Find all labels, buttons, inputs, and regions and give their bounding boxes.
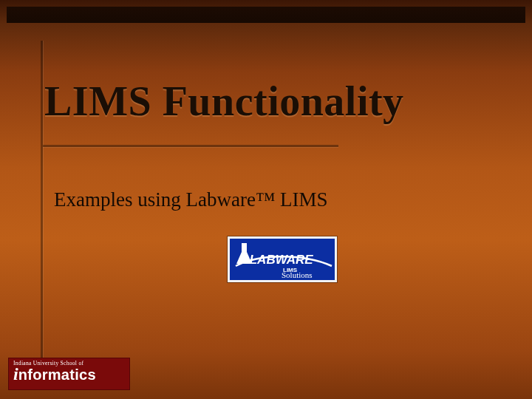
labware-tagline-bottom: Solutions: [282, 270, 313, 279]
iu-informatics-logo: Indiana University School of i nformatic…: [8, 358, 130, 390]
slide-subtitle: Examples using Labware™ LIMS: [54, 188, 328, 211]
svg-rect-1: [242, 243, 247, 252]
labware-logo-name: LABWARE: [250, 253, 314, 267]
labware-logo-svg: \LABWARE LIMS Solutions: [230, 239, 335, 280]
vertical-rule: [41, 41, 43, 377]
title-underline: [43, 145, 338, 147]
labware-logo: \LABWARE LIMS Solutions: [228, 236, 337, 282]
iu-word-i: i: [13, 365, 18, 383]
slide-title: LIMS Functionality: [44, 80, 502, 123]
top-decorative-band: [7, 7, 525, 23]
iu-informatics-word: i nformatics: [13, 365, 125, 383]
slide: LIMS Functionality Examples using Labwar…: [0, 0, 532, 399]
iu-word-rest: nformatics: [18, 367, 96, 382]
svg-text:\LABWARE: \LABWARE: [246, 253, 313, 267]
